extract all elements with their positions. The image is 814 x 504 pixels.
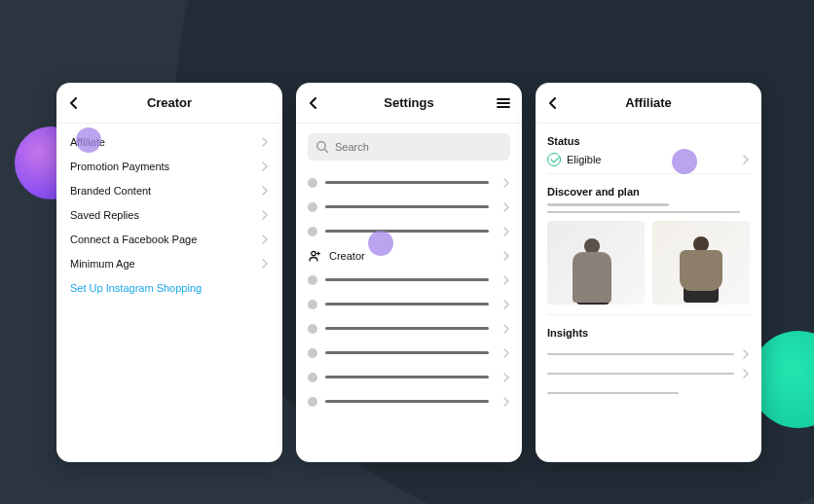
settings-item-creator[interactable]: Creator — [308, 243, 510, 268]
settings-item-placeholder[interactable] — [308, 219, 510, 243]
insight-item[interactable] — [547, 344, 750, 364]
chevron-right-icon — [742, 155, 750, 164]
page-title: Affiliate — [625, 95, 672, 110]
placeholder-bar — [325, 376, 489, 378]
menu-item-setup-shopping[interactable]: Set Up Instagram Shopping — [68, 275, 271, 300]
placeholder-bar — [325, 181, 489, 184]
placeholder-icon — [308, 275, 317, 285]
insights-section-label: Insights — [547, 327, 750, 339]
model-image — [672, 234, 730, 305]
search-input-container[interactable] — [308, 133, 510, 161]
placeholder-bar — [325, 205, 489, 208]
menu-label: Minimum Age — [70, 258, 135, 270]
discover-photo-2[interactable] — [652, 221, 750, 305]
discover-skeleton — [547, 203, 750, 213]
settings-item-placeholder[interactable] — [308, 195, 510, 219]
person-add-icon — [308, 249, 321, 263]
placeholder-icon — [308, 178, 317, 188]
settings-item-placeholder[interactable] — [308, 365, 510, 389]
placeholder-bar — [325, 303, 489, 306]
chevron-right-icon — [502, 178, 510, 188]
chevron-right-icon — [742, 349, 750, 359]
chevron-right-icon — [502, 324, 510, 334]
menu-label: Saved Replies — [70, 209, 139, 221]
settings-item-placeholder[interactable] — [308, 316, 510, 341]
skeleton-line — [547, 392, 679, 395]
menu-item-minimum-age[interactable]: Minimum Age — [68, 251, 271, 275]
menu-item-saved-replies[interactable]: Saved Replies — [68, 202, 271, 227]
chevron-right-icon — [502, 373, 510, 382]
model-image — [567, 234, 625, 305]
menu-label: Promotion Payments — [70, 161, 169, 172]
insight-item[interactable] — [547, 383, 750, 403]
skeleton-line — [547, 203, 669, 206]
page-title: Settings — [384, 95, 433, 110]
placeholder-icon — [308, 348, 317, 358]
chevron-right-icon — [502, 275, 510, 285]
phone-affiliate: Affiliate Status Eligible Discover and p… — [536, 83, 761, 462]
chevron-left-icon — [547, 97, 559, 109]
header-affiliate: Affiliate — [536, 83, 761, 124]
placeholder-bar — [325, 327, 489, 330]
header-creator: Creator — [56, 83, 282, 124]
settings-item-placeholder[interactable] — [308, 389, 510, 414]
chevron-right-icon — [502, 202, 510, 212]
skeleton-line — [547, 353, 734, 356]
placeholder-bar — [325, 400, 489, 403]
menu-icon — [497, 97, 510, 109]
placeholder-icon — [308, 300, 317, 309]
skeleton-line — [547, 211, 740, 214]
placeholder-icon — [308, 227, 317, 236]
header-settings: Settings — [296, 83, 522, 124]
search-input[interactable] — [335, 141, 502, 153]
menu-item-branded-content[interactable]: Branded Content — [68, 178, 271, 202]
chevron-right-icon — [261, 234, 269, 244]
chevron-right-icon — [261, 186, 269, 196]
page-title: Creator — [147, 95, 192, 110]
phone-settings: Settings — [296, 83, 522, 462]
discover-section-label: Discover and plan — [547, 186, 750, 198]
settings-item-placeholder[interactable] — [308, 268, 510, 292]
phone-creator: Creator Affiliate Promotion Payments Bra… — [56, 83, 282, 462]
discover-photo-1[interactable] — [547, 221, 645, 305]
menu-item-promotion-payments[interactable]: Promotion Payments — [68, 154, 271, 178]
chevron-left-icon — [68, 97, 80, 109]
chevron-right-icon — [261, 137, 269, 147]
settings-item-placeholder[interactable] — [308, 170, 510, 195]
placeholder-icon — [308, 373, 317, 382]
discover-photos — [547, 221, 750, 305]
menu-label: Branded Content — [70, 185, 151, 197]
back-button[interactable] — [68, 97, 80, 109]
placeholder-icon — [308, 324, 317, 334]
affiliate-body: Status Eligible Discover and plan Insigh… — [536, 124, 761, 462]
phones-row: Creator Affiliate Promotion Payments Bra… — [56, 83, 761, 462]
status-value: Eligible — [567, 154, 736, 165]
settings-item-placeholder[interactable] — [308, 341, 510, 365]
menu-item-affiliate[interactable]: Affiliate — [68, 129, 271, 154]
status-section-label: Status — [547, 135, 750, 147]
placeholder-icon — [308, 202, 317, 212]
chevron-right-icon — [502, 251, 510, 261]
chevron-right-icon — [502, 227, 510, 236]
settings-item-placeholder[interactable] — [308, 292, 510, 316]
placeholder-bar — [325, 230, 489, 233]
settings-body: Creator — [296, 124, 522, 462]
chevron-right-icon — [261, 162, 269, 171]
menu-item-connect-facebook[interactable]: Connect a Facebook Page — [68, 227, 271, 251]
chevron-right-icon — [261, 210, 269, 220]
chevron-right-icon — [502, 348, 510, 358]
status-row-eligible[interactable]: Eligible — [547, 153, 750, 174]
menu-label: Set Up Instagram Shopping — [70, 282, 202, 294]
insight-item[interactable] — [547, 364, 750, 383]
checkmark-circle-icon — [547, 153, 561, 166]
chevron-right-icon — [742, 369, 750, 378]
chevron-right-icon — [261, 259, 269, 269]
skeleton-line — [547, 373, 734, 376]
hamburger-button[interactable] — [497, 97, 510, 109]
back-button[interactable] — [308, 97, 319, 109]
menu-label: Affiliate — [70, 136, 105, 148]
back-button[interactable] — [547, 97, 559, 109]
creator-body: Affiliate Promotion Payments Branded Con… — [56, 124, 282, 462]
placeholder-bar — [325, 278, 489, 281]
placeholder-bar — [325, 351, 489, 354]
